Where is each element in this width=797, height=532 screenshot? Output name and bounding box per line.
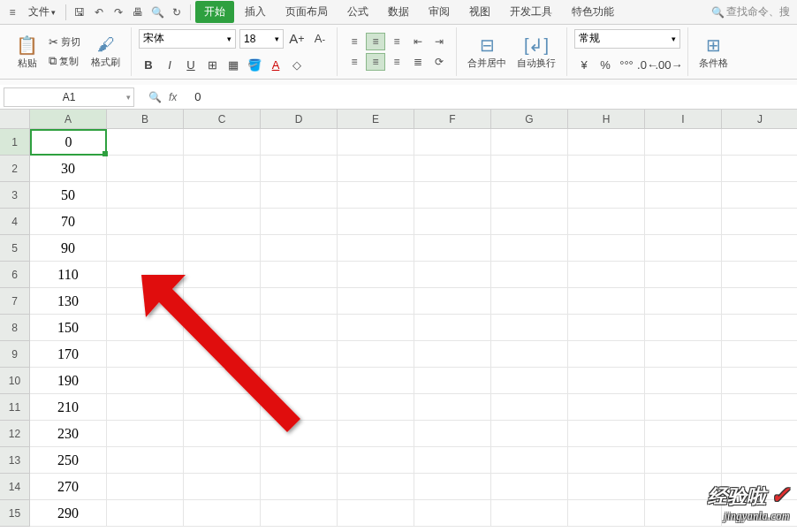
cell[interactable] bbox=[414, 447, 491, 474]
cell[interactable] bbox=[338, 129, 414, 156]
cell[interactable] bbox=[261, 500, 338, 527]
border-button[interactable]: ⊞ bbox=[202, 56, 222, 75]
cell[interactable] bbox=[338, 315, 414, 341]
tab-start[interactable]: 开始 bbox=[195, 1, 234, 23]
cell[interactable] bbox=[107, 474, 184, 500]
cell[interactable] bbox=[491, 209, 568, 235]
cell[interactable] bbox=[414, 209, 491, 235]
cell[interactable] bbox=[491, 235, 568, 262]
cell[interactable] bbox=[261, 262, 338, 288]
print-icon[interactable]: 🖶 bbox=[129, 4, 147, 21]
indent-decrease-button[interactable]: ⇤ bbox=[408, 33, 428, 50]
cell[interactable]: 0 bbox=[30, 129, 107, 156]
cell[interactable] bbox=[261, 129, 338, 156]
cell[interactable] bbox=[261, 447, 338, 474]
cell[interactable] bbox=[645, 182, 722, 209]
cell[interactable] bbox=[261, 235, 338, 262]
cell[interactable] bbox=[568, 394, 645, 421]
cell[interactable] bbox=[261, 341, 338, 368]
cell[interactable] bbox=[645, 368, 722, 394]
cell[interactable] bbox=[184, 209, 261, 235]
cell[interactable] bbox=[261, 421, 338, 447]
cell[interactable] bbox=[722, 368, 797, 394]
cell[interactable] bbox=[338, 421, 414, 447]
cell[interactable] bbox=[722, 341, 797, 368]
cell[interactable] bbox=[722, 447, 797, 474]
redo-icon[interactable]: ↷ bbox=[110, 4, 127, 21]
row-header[interactable]: 2 bbox=[0, 156, 30, 182]
cell[interactable] bbox=[107, 129, 184, 156]
cell[interactable] bbox=[184, 262, 261, 288]
number-format-select[interactable]: 常规▾ bbox=[574, 29, 680, 49]
cell[interactable] bbox=[261, 394, 338, 421]
row-header[interactable]: 5 bbox=[0, 235, 30, 262]
cell[interactable] bbox=[645, 394, 722, 421]
file-menu[interactable]: 文件 ▾ bbox=[23, 3, 61, 21]
cell[interactable] bbox=[568, 474, 645, 500]
cell[interactable] bbox=[568, 262, 645, 288]
cell[interactable] bbox=[645, 262, 722, 288]
tab-insert[interactable]: 插入 bbox=[236, 1, 275, 23]
column-header[interactable]: G bbox=[491, 110, 568, 129]
cell[interactable] bbox=[722, 209, 797, 235]
increase-font-button[interactable]: A+ bbox=[287, 29, 307, 49]
cell[interactable] bbox=[568, 235, 645, 262]
cell[interactable] bbox=[184, 500, 261, 527]
cell[interactable] bbox=[107, 500, 184, 527]
zoom-icon[interactable]: 🔍 bbox=[148, 91, 162, 103]
cell[interactable] bbox=[722, 235, 797, 262]
cell[interactable] bbox=[414, 341, 491, 368]
paste-button[interactable]: 📋 粘贴 bbox=[12, 33, 42, 72]
cell[interactable] bbox=[568, 341, 645, 368]
cell[interactable] bbox=[107, 235, 184, 262]
cell[interactable] bbox=[107, 182, 184, 209]
copy-button[interactable]: ⧉复制 bbox=[45, 52, 84, 70]
cell[interactable]: 170 bbox=[30, 341, 107, 368]
cell[interactable]: 50 bbox=[30, 182, 107, 209]
cell[interactable] bbox=[107, 156, 184, 182]
comma-button[interactable]: °°° bbox=[617, 56, 636, 75]
cell[interactable]: 30 bbox=[30, 156, 107, 182]
cell[interactable] bbox=[722, 421, 797, 447]
cell[interactable] bbox=[261, 288, 338, 315]
row-header[interactable]: 1 bbox=[0, 129, 30, 156]
cell[interactable] bbox=[338, 156, 414, 182]
cell[interactable] bbox=[261, 209, 338, 235]
cell[interactable] bbox=[184, 341, 261, 368]
cell[interactable]: 130 bbox=[30, 288, 107, 315]
select-all-corner[interactable] bbox=[0, 110, 30, 129]
cell[interactable] bbox=[107, 315, 184, 341]
column-header[interactable]: D bbox=[261, 110, 338, 129]
row-header[interactable]: 6 bbox=[0, 262, 30, 288]
cell[interactable] bbox=[645, 341, 722, 368]
tab-special[interactable]: 特色功能 bbox=[563, 1, 623, 23]
cell[interactable] bbox=[568, 182, 645, 209]
cell[interactable] bbox=[491, 315, 568, 341]
name-box[interactable]: A1 ▾ bbox=[4, 87, 134, 107]
cell[interactable] bbox=[107, 262, 184, 288]
align-left-button[interactable]: ≡ bbox=[345, 53, 364, 71]
font-size-select[interactable]: 18▾ bbox=[239, 29, 284, 49]
cell[interactable] bbox=[261, 156, 338, 182]
cell[interactable] bbox=[568, 209, 645, 235]
cell[interactable] bbox=[414, 182, 491, 209]
column-header[interactable]: J bbox=[722, 110, 797, 129]
cell[interactable] bbox=[338, 288, 414, 315]
undo-icon[interactable]: ↶ bbox=[90, 4, 108, 21]
italic-button[interactable]: I bbox=[160, 56, 179, 75]
cell[interactable]: 110 bbox=[30, 262, 107, 288]
cell[interactable] bbox=[184, 129, 261, 156]
decrease-font-button[interactable]: A- bbox=[310, 29, 330, 49]
cell[interactable] bbox=[568, 129, 645, 156]
tab-formula[interactable]: 公式 bbox=[338, 1, 377, 23]
cell[interactable] bbox=[568, 421, 645, 447]
cell[interactable] bbox=[184, 447, 261, 474]
cell[interactable] bbox=[107, 394, 184, 421]
tab-view[interactable]: 视图 bbox=[460, 1, 499, 23]
cell[interactable] bbox=[338, 209, 414, 235]
row-header[interactable]: 14 bbox=[0, 474, 30, 500]
cell[interactable] bbox=[491, 394, 568, 421]
row-header[interactable]: 11 bbox=[0, 394, 30, 421]
bold-button[interactable]: B bbox=[139, 56, 158, 75]
cell[interactable] bbox=[722, 315, 797, 341]
